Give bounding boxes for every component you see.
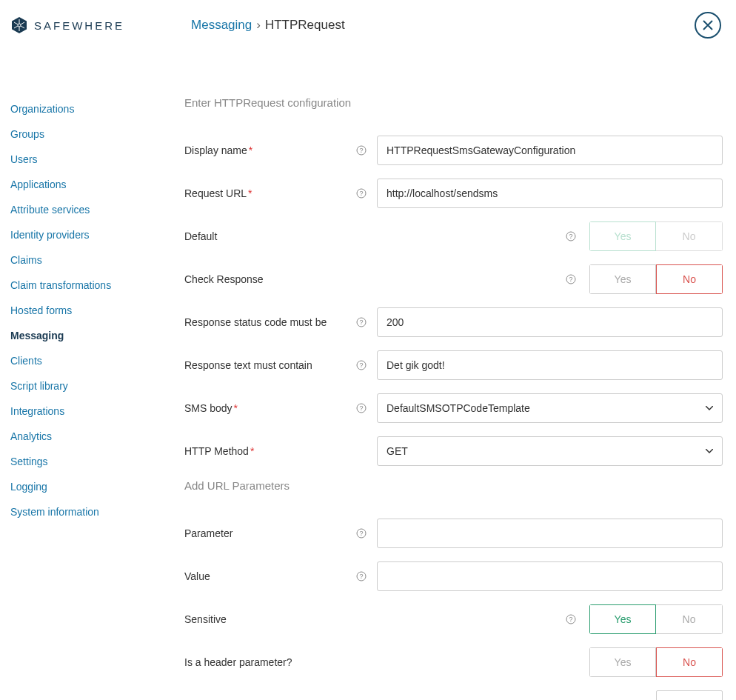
response-status-input[interactable] [377,307,723,337]
sensitive-toggle: Yes No [589,604,723,634]
check-response-no-button[interactable]: No [656,264,723,294]
sensitive-label: Sensitive [184,613,356,625]
svg-text:?: ? [359,530,363,537]
request-url-input[interactable] [377,179,723,208]
add-button[interactable]: ADD [656,690,723,700]
sidebar-item-script-library[interactable]: Script library [10,373,184,399]
sidebar-item-analytics[interactable]: Analytics [10,424,184,449]
section-title-params: Add URL Parameters [184,479,723,492]
sidebar-item-clients[interactable]: Clients [10,348,184,373]
sensitive-no-button[interactable]: No [656,604,723,634]
logo-text: SAFEWHERE [34,19,124,32]
sensitive-yes-button[interactable]: Yes [589,604,656,634]
request-url-label: Request URL* [184,187,356,199]
help-icon[interactable]: ? [356,528,367,539]
check-response-toggle: Yes No [589,264,723,294]
check-response-yes-button[interactable]: Yes [589,264,656,294]
sidebar-item-system-information[interactable]: System information [10,499,184,524]
response-status-label: Response status code must be [184,316,356,328]
display-name-label: Display name* [184,144,356,156]
sidebar-item-groups[interactable]: Groups [10,121,184,147]
sidebar-item-claims[interactable]: Claims [10,247,184,273]
is-header-yes-button[interactable]: Yes [589,647,656,677]
is-header-toggle: Yes No [589,647,723,677]
check-response-label: Check Response [184,273,356,285]
main-content: Enter HTTPRequest configuration Display … [184,50,726,700]
close-button[interactable] [695,12,721,39]
sidebar-item-claim-transformations[interactable]: Claim transformations [10,273,184,298]
help-icon[interactable]: ? [566,614,576,624]
is-header-no-button[interactable]: No [656,647,723,677]
default-no-button[interactable]: No [656,221,723,251]
svg-text:?: ? [569,276,572,283]
http-method-label: HTTP Method* [184,445,356,457]
svg-text:?: ? [359,319,363,326]
sidebar-item-hosted-forms[interactable]: Hosted forms [10,298,184,323]
response-text-label: Response text must contain [184,359,356,371]
svg-text:?: ? [359,147,363,154]
http-method-select[interactable]: GET [377,436,723,466]
display-name-input[interactable] [377,136,723,165]
parameter-label: Parameter [184,527,356,539]
chevron-right-icon: › [256,18,261,33]
help-icon[interactable]: ? [356,317,367,327]
help-icon[interactable]: ? [356,188,367,199]
svg-text:?: ? [359,404,363,412]
sidebar-item-applications[interactable]: Applications [10,172,184,197]
sidebar-item-messaging[interactable]: Messaging [10,323,184,348]
breadcrumb: Messaging › HTTPRequest [191,18,345,33]
sidebar-item-attribute-services[interactable]: Attribute services [10,197,184,222]
parameter-input[interactable] [377,519,723,548]
sms-body-select[interactable]: DefaultSMSOTPCodeTemplate [377,393,723,423]
breadcrumb-current: HTTPRequest [265,18,345,33]
help-icon[interactable]: ? [566,231,576,241]
sidebar-item-integrations[interactable]: Integrations [10,399,184,424]
help-icon[interactable]: ? [356,145,367,156]
sidebar-item-users[interactable]: Users [10,147,184,172]
sidebar-item-settings[interactable]: Settings [10,449,184,474]
sidebar-item-identity-providers[interactable]: Identity providers [10,222,184,247]
sidebar-item-logging[interactable]: Logging [10,474,184,499]
is-header-label: Is a header parameter? [184,656,356,668]
breadcrumb-parent[interactable]: Messaging [191,18,252,33]
svg-text:?: ? [569,616,572,623]
default-toggle: Yes No [589,221,723,251]
help-icon[interactable]: ? [356,571,367,581]
response-text-input[interactable] [377,350,723,380]
help-icon[interactable]: ? [566,274,576,284]
default-yes-button[interactable]: Yes [589,221,656,251]
sidebar-item-organizations[interactable]: Organizations [10,96,184,121]
default-label: Default [184,230,356,242]
value-label: Value [184,570,356,582]
section-title-config: Enter HTTPRequest configuration [184,96,723,109]
svg-text:?: ? [359,190,363,197]
value-input[interactable] [377,561,723,591]
sidebar: OrganizationsGroupsUsersApplicationsAttr… [10,50,184,700]
sms-body-label: SMS body* [184,402,356,414]
help-icon[interactable]: ? [356,360,367,370]
logo-icon [10,16,28,34]
help-icon[interactable]: ? [356,403,367,413]
svg-text:?: ? [359,361,363,369]
close-icon [702,19,714,31]
logo: SAFEWHERE [10,16,124,34]
svg-text:?: ? [359,573,363,580]
svg-text:?: ? [569,233,572,240]
